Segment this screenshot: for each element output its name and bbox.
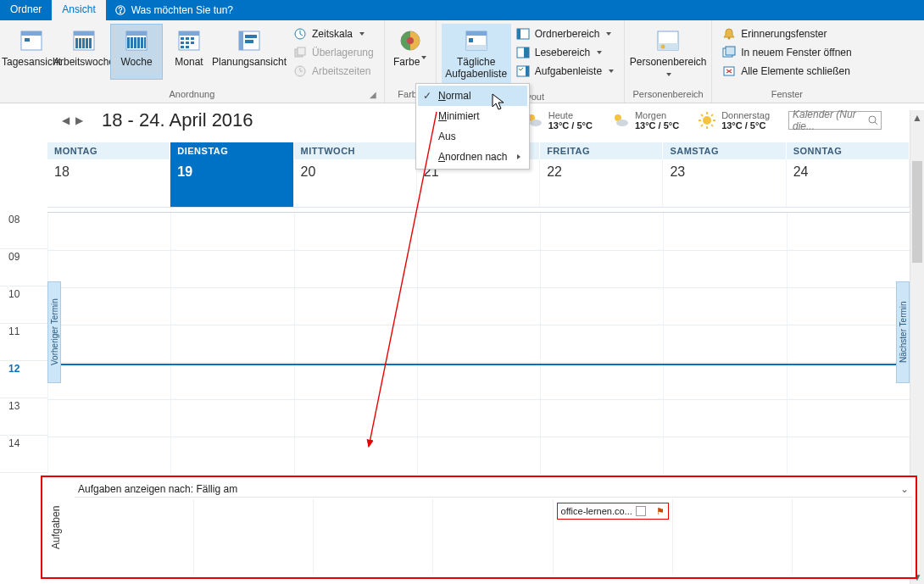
day-number[interactable]: 22 <box>540 159 663 207</box>
btn-neues-fenster[interactable]: In neuem Fenster öffnen <box>717 44 857 61</box>
svg-rect-36 <box>298 47 305 55</box>
svg-rect-26 <box>186 42 189 44</box>
btn-personenbereich[interactable]: Personenbereich <box>630 24 706 80</box>
menu-anordnen-nach[interactable]: Anordnen nach <box>418 147 527 167</box>
svg-rect-14 <box>127 37 130 48</box>
day-number[interactable]: 23 <box>663 159 786 207</box>
task-day-col[interactable]: office-lernen.co... ⚑ <box>554 499 673 574</box>
menu-minimiert[interactable]: Minimiert <box>418 106 527 126</box>
btn-taegliche-aufgabenliste[interactable]: Tägliche Aufgabenliste <box>442 24 511 92</box>
svg-line-67 <box>711 125 713 126</box>
svg-rect-45 <box>517 29 520 39</box>
day-number[interactable]: 19 <box>170 159 293 207</box>
schedule-view-icon <box>217 25 281 56</box>
todobar-icon <box>516 64 530 78</box>
hour-label: 12 <box>8 363 19 375</box>
title-tab-bar: Ordner Ansicht Was möchten Sie tun? <box>0 0 924 20</box>
btn-planungsansicht[interactable]: Planungsansicht <box>215 24 283 80</box>
day-header[interactable]: MITTWOCH <box>294 142 417 159</box>
svg-rect-49 <box>526 66 529 76</box>
sun-cloud-icon <box>611 111 630 130</box>
btn-farbe[interactable]: Farbe <box>390 24 431 80</box>
svg-rect-18 <box>141 37 143 48</box>
svg-rect-41 <box>466 31 487 36</box>
task-item[interactable]: office-lernen.co... ⚑ <box>557 503 669 520</box>
svg-rect-11 <box>89 38 92 48</box>
svg-rect-22 <box>181 37 184 40</box>
tab-ordner[interactable]: Ordner <box>0 0 52 20</box>
month-icon <box>164 25 214 56</box>
chevron-right-icon <box>517 154 520 159</box>
day-header[interactable]: SONNTAG <box>787 142 910 159</box>
weather-today: Heute13°C / 5°C <box>525 110 593 131</box>
flag-icon[interactable]: ⚑ <box>656 506 665 517</box>
svg-line-71 <box>875 122 877 125</box>
svg-rect-28 <box>181 46 184 48</box>
close-all-icon <box>722 64 736 78</box>
task-day-col[interactable] <box>194 499 314 574</box>
btn-aufgabenleiste[interactable]: Aufgabenleiste <box>511 63 619 80</box>
btn-woche[interactable]: Woche <box>110 24 163 80</box>
task-day-col[interactable] <box>433 499 553 574</box>
day-header[interactable]: MONTAG <box>47 142 170 159</box>
task-day-col[interactable] <box>793 499 912 574</box>
svg-rect-4 <box>25 38 30 42</box>
btn-monat[interactable]: Monat <box>163 24 215 80</box>
day-header[interactable]: DIENSTAG <box>170 142 293 159</box>
prev-appointment-tab[interactable]: Vorheriger Termin <box>47 281 61 383</box>
btn-zeitskala[interactable]: Zeitskala <box>288 25 379 42</box>
calendar-search-input[interactable]: Kalender (Nur die... <box>788 111 882 130</box>
peoplepane-icon <box>632 25 704 56</box>
svg-rect-33 <box>245 40 253 43</box>
task-pane-label: Aufgaben <box>46 486 66 569</box>
tab-ansicht[interactable]: Ansicht <box>52 0 105 20</box>
menu-normal-rest: ormal <box>446 90 471 102</box>
new-window-icon <box>722 46 736 59</box>
task-checkbox[interactable] <box>636 506 646 516</box>
day-number[interactable]: 24 <box>787 159 910 207</box>
task-day-col[interactable] <box>75 499 194 574</box>
chevron-down-icon[interactable]: ⌄ <box>900 483 909 495</box>
btn-erinnerungsfenster[interactable]: Erinnerungsfenster <box>717 25 857 42</box>
day-number[interactable]: 18 <box>47 159 170 207</box>
svg-rect-27 <box>191 42 194 44</box>
tell-me[interactable]: Was möchten Sie tun? <box>106 0 233 20</box>
task-pane-header[interactable]: Aufgaben anzeigen nach: Fällig am ⌄ <box>75 481 912 498</box>
btn-tagesansicht[interactable]: Tagesansicht <box>5 24 58 80</box>
menu-aus[interactable]: Aus <box>418 126 527 147</box>
btn-alle-schliessen[interactable]: Alle Elemente schließen <box>717 63 857 80</box>
svg-rect-42 <box>466 45 487 50</box>
group-anordnung-label: Anordnung <box>169 89 214 99</box>
timescale-icon <box>293 27 307 41</box>
hour-label: 11 <box>8 325 19 337</box>
btn-lesebereich[interactable]: Lesebereich <box>511 44 619 61</box>
prev-week-button[interactable]: ◀ <box>59 114 71 126</box>
next-week-button[interactable]: ▶ <box>73 114 85 126</box>
color-icon <box>392 25 429 56</box>
hour-label: 13 <box>8 400 19 412</box>
week-icon <box>112 25 161 56</box>
dialog-launcher-anordnung[interactable]: ◢ <box>367 89 379 101</box>
daily-tasklist-icon <box>443 25 509 56</box>
day-header[interactable]: FREITAG <box>540 142 663 159</box>
svg-rect-15 <box>131 37 133 48</box>
next-appointment-tab[interactable]: Nächster Termin <box>896 281 910 383</box>
svg-rect-7 <box>75 38 78 48</box>
tell-me-label: Was möchten Sie tun? <box>131 4 233 16</box>
svg-rect-43 <box>469 38 473 42</box>
overlay-icon <box>293 46 307 59</box>
group-fenster-label: Fenster <box>717 89 857 101</box>
group-personen-label: Personenbereich <box>630 89 706 101</box>
task-day-col[interactable] <box>314 499 433 574</box>
menu-normal[interactable]: ✓ Normal <box>418 86 527 106</box>
svg-rect-9 <box>82 38 85 48</box>
scroll-thumb[interactable] <box>912 161 922 263</box>
day-number[interactable]: 20 <box>294 159 417 207</box>
day-header[interactable]: SAMSTAG <box>663 142 786 159</box>
task-day-col[interactable] <box>673 499 793 574</box>
scroll-up-icon[interactable]: ▲ <box>910 110 924 125</box>
btn-arbeitswoche[interactable]: Arbeitswoche <box>58 24 110 80</box>
btn-ordnerbereich[interactable]: Ordnerbereich <box>511 25 619 42</box>
svg-line-69 <box>701 125 703 126</box>
task-item-text: office-lernen.co... <box>561 506 632 516</box>
